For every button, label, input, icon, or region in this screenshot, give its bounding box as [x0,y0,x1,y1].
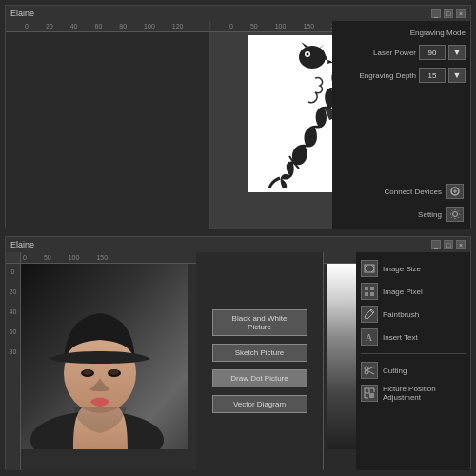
engraving-depth-btn[interactable]: ▼ [448,68,466,83]
spacer-top [337,90,466,176]
laser-power-label: Laser Power [337,49,416,57]
engraving-depth-row: Engraving Depth 15 ▼ [337,68,466,83]
top-window: Elaine _ □ × 0 20 40 60 80 100 120 [5,5,471,228]
svg-point-12 [83,369,92,375]
setting-label: Setting [337,210,442,219]
svg-point-22 [365,367,368,370]
center-canvas-top[interactable]: 0 50 100 150 200 [210,21,332,229]
svg-point-5 [307,53,309,56]
bottom-maximize-button[interactable]: □ [444,240,453,249]
bottom-right-panel: Image Size Image Pixel Paintbrush A Inse… [356,252,470,470]
bottom-ruler-h: 0 50 100 150 [6,252,196,264]
right-separator [361,353,466,354]
strip-ruler [324,252,356,264]
top-left-panel: 0 20 40 60 80 100 120 0 20 40 60 80 Ima [6,21,210,229]
image-pixel-label: Image Pixel [383,288,423,296]
bottom-ruler-marks: 0 50 100 150 [23,254,108,261]
paintbrush-row: Paintbrush [361,306,466,323]
cutting-row: Cutting [361,362,466,379]
svg-point-23 [365,370,368,374]
top-right-panel: Engraving Mode Laser Power 90 ▼ Engravin… [332,21,470,229]
bottom-minimize-button[interactable]: _ [431,240,441,249]
engraving-depth-label: Engraving Depth [337,71,416,80]
horizontal-ruler-top: 0 20 40 60 80 100 120 [6,21,209,32]
svg-point-14 [109,369,119,375]
svg-rect-17 [370,287,374,290]
svg-rect-19 [370,292,374,296]
engraving-mode-label: Engraving Mode [337,29,466,37]
svg-line-24 [368,367,374,369]
laser-power-btn[interactable]: ▼ [448,45,466,60]
draw-dot-picture-button[interactable]: Draw Dot Picture [212,369,307,387]
engraving-depth-input[interactable]: 15 [419,68,446,83]
top-titlebar: Elaine _ □ × [6,6,470,21]
position-adjustment-icon[interactable] [361,385,378,402]
maximize-button[interactable]: □ [444,9,453,18]
insert-text-label: Insert Text [383,333,418,342]
dragon-svg [253,40,332,188]
bottom-window: Elaine _ □ × 0 50 100 150 0 20 40 60 [5,236,471,469]
image-size-icon[interactable] [361,260,378,277]
connect-devices-button[interactable] [446,184,464,199]
svg-rect-16 [365,287,368,290]
woman-svg [21,264,188,449]
minimize-button[interactable]: _ [431,9,441,18]
svg-rect-27 [369,393,374,398]
top-window-controls: _ □ × [431,9,466,18]
laser-power-row: Laser Power 90 ▼ [337,45,466,60]
top-window-title: Elaine [10,9,34,18]
connect-devices-label: Connect Devices [337,188,442,196]
center-ruler-marks: 0 50 100 150 200 [229,23,332,30]
image-pixel-row: Image Pixel [361,283,466,300]
svg-point-7 [453,212,458,217]
bottom-content-area: 0 50 100 150 0 20 40 60 80 [6,252,470,470]
close-button[interactable]: × [456,9,466,18]
bottom-close-button[interactable]: × [456,240,466,249]
svg-line-25 [368,371,374,374]
image-size-label: Image Size [383,265,421,273]
bottom-center-panel: Black and White Picture Sketch Picture D… [196,252,323,470]
insert-text-row: A Insert Text [361,328,466,346]
ruler-corner-bottom [6,252,21,264]
bottom-window-title: Elaine [10,240,34,249]
vertical-ruler-bottom: 0 20 40 60 80 [6,264,21,470]
vector-diagram-button[interactable]: Vector Diagram [212,395,307,413]
laser-power-input[interactable]: 90 [419,45,446,60]
cutting-label: Cutting [383,367,407,375]
connect-devices-row: Connect Devices [337,184,466,199]
top-content-area: 0 20 40 60 80 100 120 0 20 40 60 80 Ima [6,21,470,229]
sketch-picture-button[interactable]: Sketch Picture [212,344,307,362]
cutting-icon[interactable] [361,362,378,379]
paintbrush-label: Paintbrush [383,310,419,319]
bottom-window-controls: _ □ × [431,240,466,249]
center-ruler-h: 0 50 100 150 200 [210,21,332,32]
paintbrush-icon[interactable] [361,306,378,323]
svg-rect-26 [365,388,369,393]
dragon-image-container[interactable] [248,35,332,192]
woman-photo [21,264,188,449]
setting-button[interactable] [446,207,464,222]
insert-text-icon[interactable]: A [361,328,378,346]
image-pixel-icon[interactable] [361,283,378,300]
position-adjustment-row: Picture Position Adjustment [361,385,466,402]
sample-strip-container [323,252,356,470]
engraving-mode-row: Engraving Mode [337,29,466,37]
setting-row: Setting [337,207,466,222]
black-white-picture-button[interactable]: Black and White Picture [212,309,307,336]
ruler-marks-top: 0 20 40 60 80 100 120 [25,23,183,30]
grayscale-sample-strip [327,264,356,449]
image-size-row: Image Size [361,260,466,277]
svg-text:A: A [366,332,373,343]
svg-rect-18 [365,292,368,296]
bottom-left-panel: 0 50 100 150 0 20 40 60 80 [6,252,196,470]
position-adjustment-label: Picture Position Adjustment [383,385,466,402]
bottom-titlebar: Elaine _ □ × [6,237,470,252]
svg-point-3 [299,46,326,69]
